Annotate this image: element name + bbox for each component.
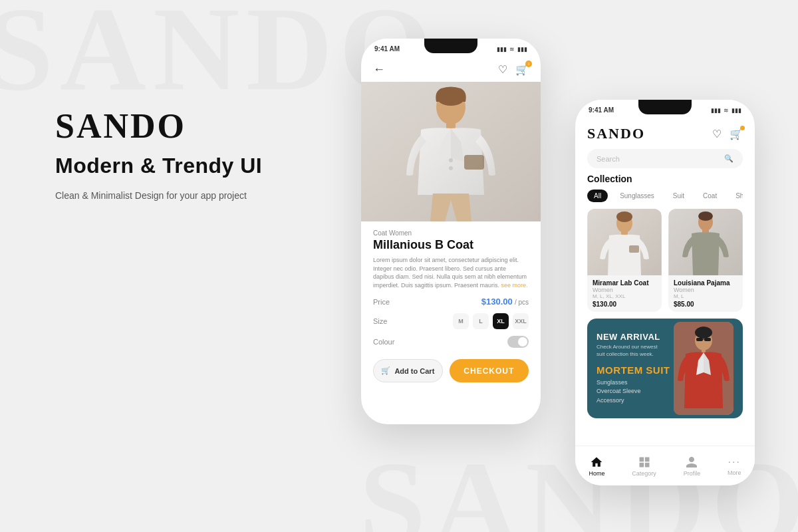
see-more-link[interactable]: see more. — [501, 282, 528, 289]
price-unit: / pcs — [515, 299, 529, 306]
product-1-price: $130.00 — [593, 301, 656, 308]
phone1-footer: 🛒 Add to Cart CHECKOUT — [361, 352, 541, 389]
phone2-signal-icon: ▮▮▮ — [711, 107, 721, 114]
search-bar[interactable]: Search 🔍 — [587, 149, 743, 168]
size-options: M L XL XXL — [453, 313, 529, 329]
svg-point-6 — [449, 166, 453, 170]
phone2-cart-icon[interactable]: 🛒 — [730, 128, 743, 140]
svg-rect-7 — [464, 155, 484, 170]
product-2-category: Women — [674, 287, 737, 293]
more-icon: ··· — [728, 456, 741, 468]
banner-product-sub: SunglassesOvercoat SleeveAccessory — [597, 378, 733, 406]
description: Clean & Minimalist Design for your app p… — [55, 190, 262, 201]
header-icons: ♡ 🛒 1 — [498, 63, 529, 76]
phone-product-detail: 9:41 AM ▮▮▮ ≋ ▮▮▮ ← ♡ 🛒 1 — [361, 39, 541, 424]
search-placeholder: Search — [597, 155, 620, 163]
phone-notch — [424, 39, 477, 53]
size-row: Size M L XL XXL — [361, 310, 541, 332]
back-button[interactable]: ← — [373, 63, 385, 76]
nav-category-label: Category — [632, 470, 656, 477]
banner-check-text: Check Around our newestsuit collection t… — [597, 343, 733, 358]
nav-category[interactable]: Category — [632, 456, 656, 477]
phone1-header: ← ♡ 🛒 1 — [361, 57, 541, 82]
product-image — [361, 82, 541, 221]
collection-section: Collection All Sunglasses Suit Coat Shoe… — [575, 174, 755, 312]
profile-icon — [685, 456, 698, 469]
checkout-button[interactable]: CHECKOUT — [450, 359, 529, 382]
signal-icon: ▮▮▮ — [497, 46, 507, 53]
phone2-status-icons: ▮▮▮ ≋ ▮▮▮ — [711, 107, 741, 114]
product-1-sizes: M, L, XL, XXL — [593, 293, 656, 299]
size-m[interactable]: M — [453, 313, 469, 329]
nav-profile-label: Profile — [684, 470, 701, 477]
filter-suit[interactable]: Suit — [666, 190, 691, 202]
product-card-1-image — [587, 209, 662, 275]
banner-product-name: MORTEM SUIT — [597, 364, 733, 376]
product-2-name: Louisiana Pajama — [674, 279, 737, 287]
colour-toggle[interactable] — [507, 336, 529, 348]
phone2-heart-icon[interactable]: ♡ — [712, 128, 722, 140]
collection-title: Collection — [587, 174, 743, 184]
price-label: Price — [373, 298, 390, 306]
category-icon — [638, 456, 651, 469]
search-icon: 🔍 — [724, 154, 733, 163]
status-time: 9:41 AM — [374, 45, 400, 53]
phone2-status-time: 9:41 AM — [589, 106, 614, 114]
product-info: Coat Women Millanious B Coat Lorem ipsum… — [361, 221, 541, 293]
product-card-2-info: Louisiana Pajama Women M, L $85.00 — [668, 275, 743, 312]
cart-icon[interactable]: 🛒 1 — [515, 63, 529, 76]
product-card-2-image — [668, 209, 743, 275]
product-2-price: $85.00 — [674, 301, 737, 308]
wifi-icon: ≋ — [509, 46, 515, 53]
size-label: Size — [373, 317, 387, 325]
product-category: Coat Women — [373, 229, 529, 237]
wishlist-icon[interactable]: ♡ — [498, 63, 507, 76]
size-xl[interactable]: XL — [493, 313, 509, 329]
product-card-1-info: Miramar Lab Coat Women M, L, XL, XXL $13… — [587, 275, 662, 312]
filter-all[interactable]: All — [587, 190, 608, 202]
filter-shoes[interactable]: Shoes — [729, 190, 743, 202]
svg-point-16 — [698, 211, 713, 221]
product-card-1[interactable]: Miramar Lab Coat Women M, L, XL, XXL $13… — [587, 209, 662, 312]
nav-profile[interactable]: Profile — [684, 456, 701, 477]
tagline: Modern & Trendy UI — [55, 154, 262, 178]
cart-badge: 1 — [525, 61, 532, 67]
colour-row: Colour — [361, 332, 541, 351]
product-description: Lorem ipsum dolor sit amet, consectetur … — [373, 256, 529, 289]
product-card-2[interactable]: Louisiana Pajama Women M, L $85.00 — [668, 209, 743, 312]
nav-more[interactable]: ··· More — [728, 456, 741, 476]
phone2-brand: SANDO — [587, 125, 645, 142]
svg-rect-13 — [629, 245, 639, 253]
filter-tabs: All Sunglasses Suit Coat Shoes — [587, 190, 743, 202]
product-2-sizes: M, L — [674, 293, 737, 299]
size-l[interactable]: L — [473, 313, 489, 329]
colour-label: Colour — [373, 338, 394, 346]
banner-new-arrival: NEW ARRIVAL — [597, 332, 733, 342]
price-container: $130.00 / pcs — [481, 297, 529, 307]
product-1-category: Women — [593, 287, 656, 293]
phone2-wifi-icon: ≋ — [724, 107, 729, 114]
status-icons: ▮▮▮ ≋ ▮▮▮ — [497, 46, 527, 53]
phone2-battery-icon: ▮▮▮ — [732, 107, 741, 114]
nav-home-label: Home — [589, 470, 604, 477]
filter-coat[interactable]: Coat — [696, 190, 724, 202]
phone-home-listing: 9:41 AM ▮▮▮ ≋ ▮▮▮ SANDO ♡ 🛒 Search 🔍 Col… — [575, 100, 755, 485]
new-arrival-banner[interactable]: NEW ARRIVAL Check Around our newestsuit … — [587, 319, 743, 418]
filter-sunglasses[interactable]: Sunglasses — [613, 190, 661, 202]
phone2-cart-dot — [740, 126, 745, 130]
bottom-nav: Home Category Profile ··· More — [575, 446, 755, 485]
svg-point-11 — [616, 211, 632, 222]
banner-text: NEW ARRIVAL Check Around our newestsuit … — [597, 332, 733, 406]
size-xxl[interactable]: XXL — [513, 313, 529, 329]
phone2-header: SANDO ♡ 🛒 — [575, 118, 755, 146]
products-grid: Miramar Lab Coat Women M, L, XL, XXL $13… — [587, 209, 743, 312]
battery-icon: ▮▮▮ — [517, 46, 527, 53]
product-1-name: Miramar Lab Coat — [593, 279, 656, 287]
add-to-cart-button[interactable]: 🛒 Add to Cart — [373, 359, 443, 382]
nav-more-label: More — [728, 469, 741, 476]
phone2-notch — [638, 100, 692, 114]
nav-home[interactable]: Home — [589, 456, 604, 477]
cart-icon-small: 🛒 — [381, 366, 390, 375]
price-value: $130.00 — [481, 297, 513, 307]
phone2-header-icons: ♡ 🛒 — [712, 128, 743, 140]
